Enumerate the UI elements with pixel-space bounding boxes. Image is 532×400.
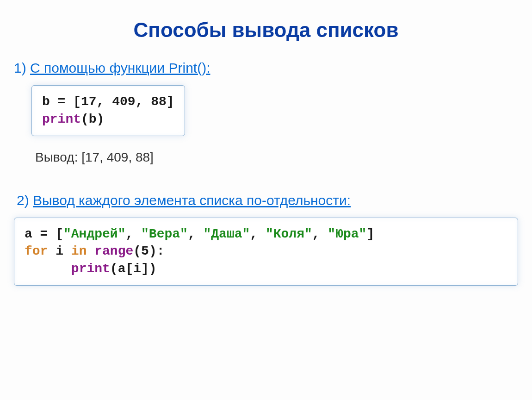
section-1-heading: 1) С помощью функции Print(): [14, 60, 518, 76]
code1-print-keyword: print [42, 112, 81, 126]
code2-close: ] [366, 227, 374, 241]
code2-comma1: , [125, 227, 141, 241]
section-2-text: Вывод каждого элемента списка по-отдельн… [33, 193, 351, 208]
code2-comma2: , [188, 227, 204, 241]
code2-str4: "Коля" [266, 227, 312, 241]
code-block-2: a = ["Андрей", "Вера", "Даша", "Коля", "… [14, 218, 518, 286]
slide-content: Способы вывода списков 1) С помощью функ… [0, 0, 532, 300]
section-1-number: 1) [14, 60, 30, 75]
code2-str3: "Даша" [203, 227, 250, 241]
section-1-text: С помощью функции Print(): [30, 60, 210, 75]
code-block-1: b = [17, 409, 88] print(b) [31, 85, 185, 136]
code2-assign: a = [ [25, 227, 63, 241]
section-2-heading: 2) Вывод каждого элемента списка по-отде… [17, 193, 518, 208]
code1-print-args: (b) [81, 112, 104, 126]
code2-loopvar: i [48, 244, 71, 258]
code2-str1: "Андрей" [63, 227, 125, 241]
code2-range-keyword: range [94, 244, 133, 258]
code2-comma3: , [250, 227, 266, 241]
code2-str5: "Юра" [328, 227, 366, 241]
output-value: [17, 409, 88] [81, 150, 154, 164]
code2-sp2 [87, 244, 94, 258]
code2-range-args: (5): [133, 244, 164, 258]
code2-indent [25, 262, 71, 276]
output-label: Вывод: [35, 150, 81, 164]
section-2-number: 2) [17, 193, 33, 208]
code1-line1: b = [17, 409, 88] [42, 94, 174, 109]
output-line-1: Вывод: [17, 409, 88] [35, 150, 518, 165]
code2-print-args: (a[i]) [110, 262, 157, 276]
code2-str2: "Вера" [141, 227, 188, 241]
code2-in-keyword: in [71, 244, 87, 258]
code2-print-keyword: print [71, 262, 110, 276]
code2-comma4: , [312, 227, 328, 241]
slide-title: Способы вывода списков [14, 19, 518, 42]
code2-for-keyword: for [25, 244, 48, 258]
